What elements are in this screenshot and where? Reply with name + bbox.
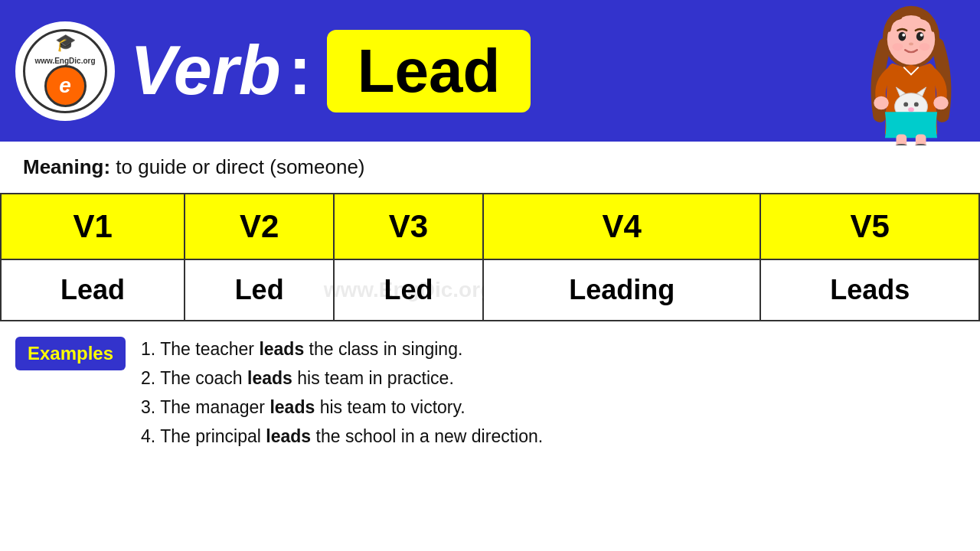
examples-badge: Examples: [15, 337, 126, 370]
example-3-suffix: his team to victory.: [315, 397, 465, 417]
word-box: Lead: [327, 30, 531, 112]
cell-v3: Led www.EngDic.org: [334, 259, 483, 321]
svg-point-5: [920, 34, 923, 37]
svg-point-7: [893, 43, 903, 51]
cell-v4: Leading: [483, 259, 761, 321]
example-4-bold: leads: [266, 426, 311, 446]
cell-v1: Lead: [1, 259, 185, 321]
svg-point-9: [874, 96, 889, 110]
character-svg: [858, 0, 965, 145]
header: 🎓 www.EngDic.org e Verb : Lead: [0, 0, 980, 142]
logo-text-top: www.EngDic.org: [34, 57, 95, 65]
example-2-suffix: his team in practice.: [292, 368, 454, 388]
col-v1: V1: [1, 194, 185, 259]
example-3-prefix: 3. The manager: [141, 397, 270, 417]
verb-forms-table: V1 V2 V3 V4 V5 Lead Led Led www.EngDic.o…: [0, 193, 980, 321]
cell-v2: Led: [185, 259, 334, 321]
svg-point-2: [898, 32, 906, 41]
list-item: 1. The teacher leads the class in singin…: [141, 335, 543, 364]
svg-point-19: [894, 144, 910, 145]
examples-list: 1. The teacher leads the class in singin…: [141, 335, 543, 452]
example-1-bold: leads: [259, 339, 304, 359]
svg-point-3: [916, 32, 924, 41]
example-1-suffix: the class in singing.: [304, 339, 462, 359]
logo: 🎓 www.EngDic.org e: [15, 21, 115, 121]
meaning-section: Meaning: to guide or direct (someone): [0, 142, 980, 193]
svg-rect-18: [916, 134, 926, 145]
word-text: Lead: [358, 36, 501, 106]
graduation-cap-icon: 🎓: [55, 33, 76, 53]
col-v3: V3: [334, 194, 483, 259]
table-row: Lead Led Led www.EngDic.org Leading Lead…: [1, 259, 979, 321]
meaning-text: to guide or direct (someone): [116, 155, 364, 178]
character-illustration: [850, 0, 972, 145]
colon: :: [289, 31, 312, 110]
col-v4: V4: [483, 194, 761, 259]
example-2-bold: leads: [247, 368, 292, 388]
table-header-row: V1 V2 V3 V4 V5: [1, 194, 979, 259]
examples-section: Examples 1. The teacher leads the class …: [0, 321, 980, 459]
verb-label: Verb: [130, 31, 281, 110]
header-title-area: Verb : Lead: [115, 30, 965, 112]
svg-point-16: [908, 107, 914, 112]
example-2-prefix: 2. The coach: [141, 368, 247, 388]
example-1-prefix: 1. The teacher: [141, 339, 259, 359]
cell-v3-text: Led: [384, 274, 433, 305]
list-item: 4. The principal leads the school in a n…: [141, 422, 543, 452]
svg-point-8: [920, 43, 930, 51]
svg-point-10: [933, 96, 949, 110]
svg-point-14: [903, 102, 908, 106]
svg-point-20: [913, 144, 929, 145]
svg-point-6: [909, 42, 913, 45]
meaning-label: Meaning:: [23, 155, 116, 178]
example-4-suffix: the school in a new direction.: [311, 426, 543, 446]
svg-point-15: [914, 102, 919, 106]
logo-e-icon: e: [44, 65, 87, 107]
example-4-prefix: 4. The principal: [141, 426, 266, 446]
svg-point-4: [902, 34, 905, 37]
example-3-bold: leads: [270, 397, 315, 417]
list-item: 3. The manager leads his team to victory…: [141, 393, 543, 422]
svg-rect-17: [897, 134, 907, 145]
cell-v5: Leads: [760, 259, 979, 321]
col-v5: V5: [760, 194, 979, 259]
list-item: 2. The coach leads his team in practice.: [141, 364, 543, 393]
col-v2: V2: [185, 194, 334, 259]
